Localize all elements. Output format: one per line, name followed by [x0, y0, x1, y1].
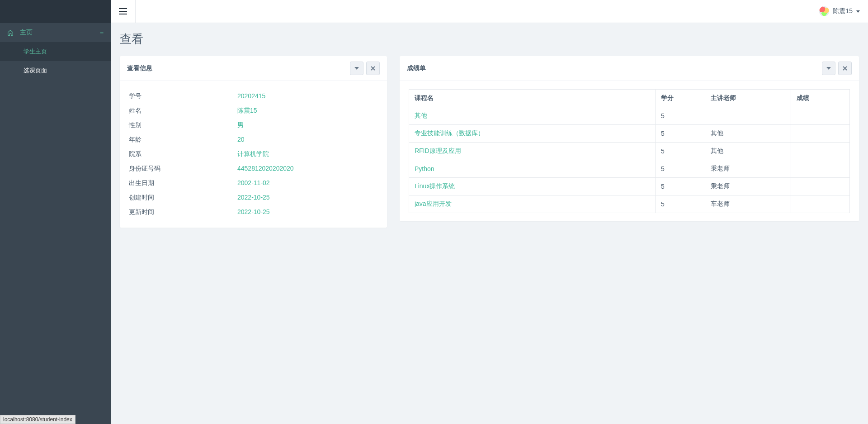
- course-cell: 专业技能训练（数据库）: [409, 125, 655, 143]
- teacher-cell: 车老师: [705, 195, 791, 213]
- info-row: 姓名陈震15: [129, 104, 378, 118]
- course-link[interactable]: RFID原理及应用: [415, 147, 461, 154]
- info-row: 创建时间2022-10-25: [129, 191, 378, 205]
- info-label: 院系: [129, 150, 237, 158]
- info-row: 身份证号码4452812020202020: [129, 162, 378, 176]
- table-row: 其他5: [409, 107, 849, 125]
- grade-cell: [791, 107, 850, 125]
- table-row: RFID原理及应用5其他: [409, 143, 849, 160]
- close-button[interactable]: [366, 62, 380, 75]
- grades-header-cell: 学分: [656, 90, 705, 107]
- info-value: 2002-11-02: [237, 179, 270, 187]
- info-row: 学号20202415: [129, 89, 378, 104]
- course-cell: java应用开发: [409, 195, 655, 213]
- course-link[interactable]: Python: [415, 165, 434, 172]
- info-row: 出生日期2002-11-02: [129, 176, 378, 191]
- grade-cell: [791, 178, 850, 195]
- svg-rect-1: [119, 11, 127, 12]
- sidebar-item-student-home[interactable]: 学生主页: [0, 42, 111, 61]
- info-label: 学号: [129, 92, 237, 100]
- grades-card-header: 成绩单: [400, 56, 859, 81]
- course-link[interactable]: Linux操作系统: [415, 182, 455, 190]
- hamburger-button[interactable]: [119, 0, 136, 23]
- teacher-cell: [705, 107, 791, 125]
- teacher-cell: 秉老师: [705, 160, 791, 178]
- info-value: 2022-10-25: [237, 208, 270, 216]
- sidebar-item-course-select[interactable]: 选课页面: [0, 61, 111, 80]
- teacher-cell: 其他: [705, 143, 791, 160]
- content: 查看 查看信息 学号20202415姓名陈震15性别男年: [111, 23, 868, 424]
- info-list: 学号20202415姓名陈震15性别男年龄20院系计算机学院身份证号码44528…: [129, 89, 378, 219]
- info-label: 姓名: [129, 107, 237, 115]
- username-label: 陈震15: [833, 7, 853, 15]
- grades-header-cell: 主讲老师: [705, 90, 791, 107]
- grades-header-cell: 课程名: [409, 90, 655, 107]
- collapse-button[interactable]: [822, 62, 835, 75]
- info-label: 年龄: [129, 136, 237, 144]
- info-value: 2022-10-25: [237, 194, 270, 202]
- info-card: 查看信息 学号20202415姓名陈震15性别男年龄20院系计算机学院身份证号码…: [120, 56, 387, 228]
- sidebar-item-home[interactable]: 主页 – 学生主页 选课页面: [0, 23, 111, 80]
- info-row: 性别男: [129, 118, 378, 133]
- card-row: 查看信息 学号20202415姓名陈震15性别男年龄20院系计算机学院身份证号码…: [120, 56, 859, 228]
- info-card-body: 学号20202415姓名陈震15性别男年龄20院系计算机学院身份证号码44528…: [120, 81, 387, 228]
- table-row: Python5秉老师: [409, 160, 849, 178]
- user-menu[interactable]: 陈震15: [819, 6, 860, 16]
- info-label: 创建时间: [129, 194, 237, 202]
- info-value: 男: [237, 121, 244, 129]
- course-link[interactable]: 其他: [415, 112, 427, 119]
- info-card-title: 查看信息: [127, 64, 152, 72]
- info-row: 院系计算机学院: [129, 147, 378, 162]
- credit-cell: 5: [656, 160, 705, 178]
- info-value: 陈震15: [237, 107, 257, 115]
- grade-cell: [791, 160, 850, 178]
- info-label: 出生日期: [129, 179, 237, 187]
- info-value: 4452812020202020: [237, 165, 294, 173]
- info-row: 年龄20: [129, 133, 378, 147]
- chevron-down-icon: [354, 67, 359, 70]
- svg-rect-0: [119, 8, 127, 9]
- sidebar-home-label: 主页: [20, 29, 33, 37]
- grades-card-body: 课程名学分主讲老师成绩 其他5专业技能训练（数据库）5其他RFID原理及应用5其…: [400, 81, 859, 221]
- table-row: java应用开发5车老师: [409, 195, 849, 213]
- sidebar: 主页 – 学生主页 选课页面: [0, 0, 111, 424]
- course-cell: 其他: [409, 107, 655, 125]
- svg-rect-2: [119, 14, 127, 14]
- collapse-button[interactable]: [350, 62, 363, 75]
- sidebar-item-label: 学生主页: [24, 48, 47, 56]
- course-cell: Linux操作系统: [409, 178, 655, 195]
- grade-cell: [791, 143, 850, 160]
- grades-card-title: 成绩单: [407, 64, 426, 72]
- info-label: 身份证号码: [129, 165, 237, 173]
- info-value: 计算机学院: [237, 150, 269, 158]
- hamburger-icon: [119, 8, 127, 14]
- page-title: 查看: [120, 31, 859, 47]
- close-icon: [371, 66, 375, 71]
- close-icon: [843, 66, 847, 71]
- table-row: 专业技能训练（数据库）5其他: [409, 125, 849, 143]
- info-card-header: 查看信息: [120, 56, 387, 81]
- credit-cell: 5: [656, 178, 705, 195]
- table-row: Linux操作系统5秉老师: [409, 178, 849, 195]
- side-menu: 主页 – 学生主页 选课页面: [0, 23, 111, 80]
- topbar: 陈震15: [111, 0, 868, 23]
- info-card-tools: [350, 62, 380, 75]
- course-link[interactable]: 专业技能训练（数据库）: [415, 129, 484, 137]
- sub-menu: 学生主页 选课页面: [0, 42, 111, 80]
- grades-table-header-row: 课程名学分主讲老师成绩: [409, 90, 849, 107]
- grades-card: 成绩单 课程名学分主讲老师成绩 其他5专业技能训练（数据库）5其他RFID原理及…: [400, 56, 859, 221]
- avatar: [819, 6, 829, 16]
- grades-card-tools: [822, 62, 852, 75]
- teacher-cell: 其他: [705, 125, 791, 143]
- course-link[interactable]: java应用开发: [415, 200, 452, 207]
- close-button[interactable]: [838, 62, 852, 75]
- grades-table-body: 其他5专业技能训练（数据库）5其他RFID原理及应用5其他Python5秉老师L…: [409, 107, 849, 213]
- info-row: 更新时间2022-10-25: [129, 205, 378, 219]
- info-label: 更新时间: [129, 208, 237, 216]
- status-bar: localhost:8080/student-index: [0, 415, 75, 424]
- grades-header-cell: 成绩: [791, 90, 850, 107]
- caret-down-icon: [856, 10, 860, 13]
- course-cell: RFID原理及应用: [409, 143, 655, 160]
- grades-table: 课程名学分主讲老师成绩 其他5专业技能训练（数据库）5其他RFID原理及应用5其…: [409, 89, 850, 213]
- chevron-down-icon: [826, 67, 831, 70]
